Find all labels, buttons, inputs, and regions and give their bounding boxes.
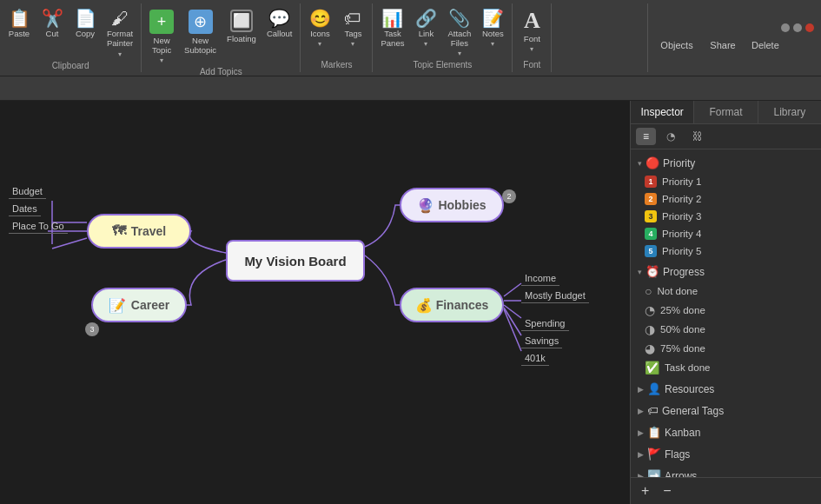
finance-leaf-mostly-budget[interactable]: Mostly Budget [521,288,589,303]
travel-leaf-place[interactable]: Place To Go [9,219,68,234]
travel-leaf-budget[interactable]: Budget [9,184,46,199]
priority-2-item[interactable]: 2 Priority 2 [638,190,821,208]
new-subtopic-label: NewSubtopic [184,36,216,55]
progress-25[interactable]: ◔ 25% done [638,301,821,320]
attach-files-button[interactable]: 📎 AttachFiles ▾ [443,7,475,60]
flags-expand-arrow: ▶ [638,450,644,459]
section-progress: ▾ ⏰ Progress ○ Not done ◔ 25% done ◑ [631,262,821,377]
section-flags-header[interactable]: ▶ 🚩 Flags [631,444,821,464]
section-resources-header[interactable]: ▶ 👤 Resources [631,379,821,399]
finance-leaf-401k[interactable]: 401k [521,351,549,366]
progress-items: ○ Not done ◔ 25% done ◑ 50% done ◕ 75% d… [631,282,821,377]
add-marker-button[interactable]: + [638,481,652,501]
priority-items: 1 Priority 1 2 Priority 2 3 Priority 3 4… [631,173,821,260]
progress-task-done[interactable]: ✅ Task done [638,358,821,377]
subtab-link[interactable]: ⛓ [685,128,710,145]
travel-node[interactable]: 🗺 Travel [87,214,191,249]
new-topic-button[interactable]: + NewTopic ▾ [145,7,178,67]
section-arrows-header[interactable]: ▶ ➡️ Arrows [631,466,821,477]
clock-icon: ◔ [666,130,675,143]
central-node[interactable]: My Vision Board [226,240,365,282]
delete-button[interactable]: Delete [747,37,784,53]
clipboard-group-label: Clipboard [52,61,89,73]
tab-inspector[interactable]: Inspector [631,101,694,123]
hobbies-node-label: Hobbies [438,198,486,212]
icons-arrow: ▾ [318,40,321,48]
copy-button[interactable]: 📄 Copy [70,7,101,41]
tab-format[interactable]: Format [694,101,758,123]
priority-expand-arrow: ▾ [638,159,642,168]
progress-50[interactable]: ◑ 50% done [638,320,821,339]
attach-files-label: AttachFiles [447,29,471,48]
icons-button[interactable]: 😊 Icons ▾ [304,7,335,50]
general-tags-section-label: General Tags [662,405,724,417]
flags-section-icon: 🚩 [647,448,661,461]
secondary-tabbar [0,76,821,101]
section-arrows: ▶ ➡️ Arrows [631,466,821,477]
floating-button[interactable]: ⬜ Floating [222,7,261,46]
section-progress-header[interactable]: ▾ ⏰ Progress [631,262,821,282]
progress-75-icon: ◕ [645,342,655,355]
finances-node[interactable]: 💰 Finances [400,288,504,322]
tab-library[interactable]: Library [758,101,821,123]
tags-button[interactable]: 🏷 Tags ▾ [337,7,368,50]
priority-1-label: Priority 1 [662,176,701,187]
travel-leaf-dates[interactable]: Dates [9,202,41,216]
priority-2-label: Priority 2 [662,194,701,204]
section-kanban-header[interactable]: ▶ 📋 Kanban [631,422,821,442]
priority-3-item[interactable]: 3 Priority 3 [638,208,821,225]
toolbar-group-markers: 😊 Icons ▾ 🏷 Tags ▾ Markers [301,3,373,72]
finance-leaf-income[interactable]: Income [521,271,559,286]
priority-5-item[interactable]: 5 Priority 5 [638,242,821,260]
link-label: Link [419,29,434,38]
panel-tabs: Inspector Format Library [631,101,821,124]
cut-button[interactable]: ✂️ Cut [36,7,68,41]
notes-button[interactable]: 📝 Notes ▾ [477,7,508,50]
priority-5-label: Priority 5 [662,246,701,256]
mindmap-canvas[interactable]: Budget Dates Place To Go 🗺 Travel 3 📝 Ca… [0,101,630,504]
toolbar-group-add-topics: + NewTopic ▾ ⊕ NewSubtopic ⬜ Floating 💬 … [142,3,301,72]
paste-button[interactable]: 📋 Paste [3,7,35,41]
task-panes-label: TaskPanes [381,29,404,48]
new-subtopic-button[interactable]: ⊕ NewSubtopic [180,7,221,57]
notes-icon: 📝 [482,10,504,27]
notes-arrow: ▾ [491,40,494,48]
section-general-tags-header[interactable]: ▶ 🏷 General Tags [631,401,821,421]
share-button[interactable]: Share [705,37,740,53]
subtab-clock[interactable]: ◔ [659,128,682,145]
progress-expand-arrow: ▾ [638,268,642,276]
floating-icon: ⬜ [230,10,253,32]
progress-75[interactable]: ◕ 75% done [638,339,821,358]
notes-label: Notes [482,29,504,38]
kanban-section-icon: 📋 [647,426,661,439]
progress-section-label: Progress [663,266,705,278]
toolbar: 📋 Paste ✂️ Cut 📄 Copy 🖌 FormatPainter ▾ … [0,0,821,76]
cut-icon: ✂️ [42,10,63,27]
callout-button[interactable]: 💬 Callout [262,7,297,41]
cut-label: Cut [46,29,59,38]
progress-50-label: 50% done [660,324,705,335]
new-topic-label: NewTopic [152,36,171,55]
finance-leaf-savings[interactable]: Savings [521,334,562,348]
priority-1-item[interactable]: 1 Priority 1 [638,173,821,190]
section-kanban: ▶ 📋 Kanban [631,422,821,442]
font-button[interactable]: A Font ▾ [516,7,547,56]
objects-button[interactable]: Objects [655,37,699,53]
section-priority-header[interactable]: ▾ 🔴 Priority [631,153,821,173]
delete-label: Delete [751,40,779,50]
format-painter-button[interactable]: 🖌 FormatPainter ▾ [103,7,137,61]
remove-marker-button[interactable]: − [659,481,674,501]
paste-icon: 📋 [9,10,30,27]
progress-not-done[interactable]: ○ Not done [638,282,821,301]
toolbar-group-clipboard: 📋 Paste ✂️ Cut 📄 Copy 🖌 FormatPainter ▾ … [0,3,142,72]
priority-1-badge: 1 [645,176,657,188]
resources-expand-arrow: ▶ [638,385,644,394]
priority-4-item[interactable]: 4 Priority 4 [638,225,821,242]
finance-leaf-spending[interactable]: Spending [521,316,569,331]
hobbies-node[interactable]: 🔮 Hobbies [400,188,504,222]
finances-node-label: Finances [436,298,489,312]
subtab-list[interactable]: ≡ [636,128,656,145]
career-node[interactable]: 📝 Career [91,288,187,322]
task-panes-button[interactable]: 📊 TaskPanes [376,7,408,50]
link-button[interactable]: 🔗 Link ▾ [410,7,441,50]
